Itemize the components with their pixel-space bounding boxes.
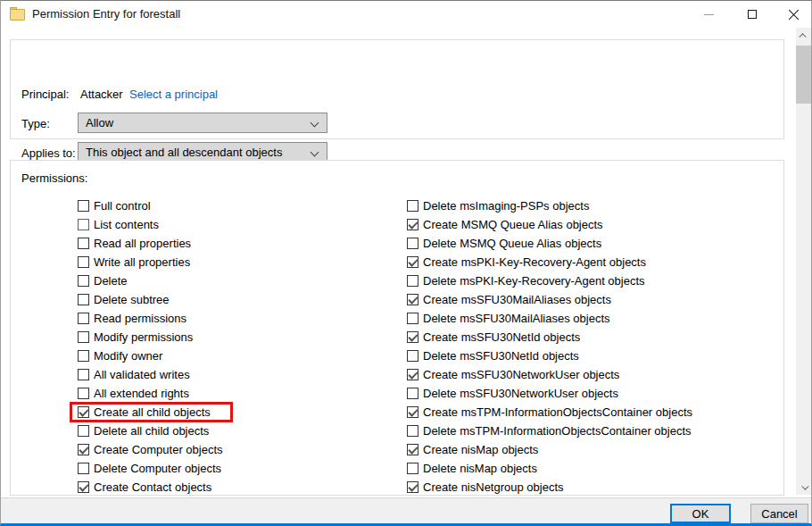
checkbox-icon[interactable] xyxy=(78,369,89,380)
type-dropdown[interactable]: Allow xyxy=(78,113,327,133)
checkbox-icon[interactable] xyxy=(407,406,418,418)
permission-label: Create msSFU30NetId objects xyxy=(423,330,580,344)
select-principal-link[interactable]: Select a principal xyxy=(129,88,218,101)
permission-click-target[interactable]: All extended rights xyxy=(70,383,197,404)
permission-click-target[interactable]: Create nisNetgroup objects xyxy=(399,477,572,497)
permission-click-target[interactable]: Create msSFU30NetId objects xyxy=(399,327,588,347)
permission-label: All extended rights xyxy=(94,387,189,400)
permission-click-target[interactable]: Create msSFU30MailAliases objects xyxy=(399,289,619,310)
chevron-down-icon xyxy=(801,482,808,489)
checkbox-icon[interactable] xyxy=(78,313,89,324)
permission-label: Read permissions xyxy=(94,312,186,325)
close-button[interactable] xyxy=(778,1,808,28)
permission-click-target[interactable]: Delete all child objects xyxy=(70,421,217,441)
checkbox-icon[interactable] xyxy=(407,275,418,287)
permission-click-target[interactable]: Create nisMap objects xyxy=(399,439,546,460)
principal-label: Principal: xyxy=(21,88,69,101)
permission-checkbox-row: List contents xyxy=(70,215,233,234)
checkbox-icon[interactable] xyxy=(78,463,89,474)
permission-click-target[interactable]: Create MSMQ Queue Alias objects xyxy=(399,214,611,235)
permission-click-target[interactable]: Delete nisMap objects xyxy=(399,458,545,479)
permission-checkbox-row: Delete msImaging-PSPs objects xyxy=(399,196,700,215)
permission-click-target[interactable]: Delete msTPM-InformationObjectsContainer… xyxy=(399,421,700,441)
checkbox-icon[interactable] xyxy=(407,200,418,212)
permission-checkbox-row: Read all properties xyxy=(70,234,233,253)
checkbox-icon[interactable] xyxy=(407,481,418,493)
permission-click-target[interactable]: Create msTPM-InformationObjectsContainer… xyxy=(399,402,700,422)
permission-click-target[interactable]: Create all child objects xyxy=(70,402,233,422)
permission-click-target[interactable]: All validated writes xyxy=(70,364,198,385)
checkbox-icon[interactable] xyxy=(78,331,89,343)
permission-click-target[interactable]: Create Contact objects xyxy=(70,477,220,497)
permission-label: Delete MSMQ Queue Alias objects xyxy=(423,237,601,250)
checkbox-icon[interactable] xyxy=(407,219,418,230)
permission-checkbox-row: Create msSFU30NetworkUser objects xyxy=(399,365,700,384)
permission-checkbox-row: Delete msTPM-InformationObjectsContainer… xyxy=(399,422,700,440)
checkbox-icon[interactable] xyxy=(407,331,418,343)
permission-checkbox-row: Create nisNetgroup objects xyxy=(399,478,700,497)
permission-label: Write all properties xyxy=(94,255,190,269)
vertical-scrollbar[interactable] xyxy=(796,28,811,495)
checkbox-icon[interactable] xyxy=(407,256,418,268)
dialog-footer: OK Cancel xyxy=(1,497,811,524)
permission-click-target[interactable]: List contents xyxy=(70,214,167,235)
permission-click-target[interactable]: Delete MSMQ Queue Alias objects xyxy=(399,233,609,254)
permission-click-target[interactable]: Delete msPKI-Key-Recovery-Agent objects xyxy=(399,271,653,291)
permission-click-target[interactable]: Create msPKI-Key-Recovery-Agent objects xyxy=(399,252,654,272)
checkbox-icon[interactable] xyxy=(407,238,418,249)
checkbox-icon[interactable] xyxy=(78,219,89,230)
permission-click-target[interactable]: Delete xyxy=(70,271,136,291)
checkbox-icon[interactable] xyxy=(78,388,89,399)
permission-label: Delete xyxy=(94,274,128,288)
checkbox-icon[interactable] xyxy=(78,294,89,305)
permission-click-target[interactable]: Delete msImaging-PSPs objects xyxy=(399,196,597,216)
checkbox-icon[interactable] xyxy=(407,425,418,437)
checkbox-icon[interactable] xyxy=(78,200,89,212)
permission-click-target[interactable]: Delete msSFU30NetworkUser objects xyxy=(399,383,626,404)
permission-click-target[interactable]: Write all properties xyxy=(70,252,198,272)
permission-click-target[interactable]: Full control xyxy=(70,196,159,216)
permission-click-target[interactable]: Delete Computer objects xyxy=(70,458,229,479)
permission-click-target[interactable]: Delete msSFU30NetId objects xyxy=(399,346,587,366)
scrollbar-thumb[interactable] xyxy=(796,46,811,104)
scroll-down-button[interactable] xyxy=(796,480,811,495)
checkbox-icon[interactable] xyxy=(407,369,418,380)
permission-checkbox-row: Delete msSFU30MailAliases objects xyxy=(399,309,700,328)
permission-checkbox-row: Delete msPKI-Key-Recovery-Agent objects xyxy=(399,271,700,290)
checkbox-icon[interactable] xyxy=(407,350,418,362)
ok-button[interactable]: OK xyxy=(670,504,731,523)
permissions-column-left: Full control List contents Read all prop… xyxy=(70,196,233,497)
cancel-button[interactable]: Cancel xyxy=(750,504,808,523)
checkbox-icon[interactable] xyxy=(78,444,89,455)
maximize-button[interactable] xyxy=(737,1,767,28)
permission-click-target[interactable]: Delete msSFU30MailAliases objects xyxy=(399,308,618,329)
checkbox-icon[interactable] xyxy=(78,350,89,362)
permission-click-target[interactable]: Read all properties xyxy=(70,233,199,254)
permission-checkbox-row: All validated writes xyxy=(70,365,233,384)
permission-click-target[interactable]: Delete subtree xyxy=(70,289,178,310)
permission-click-target[interactable]: Create Computer objects xyxy=(70,439,231,460)
checkbox-icon[interactable] xyxy=(407,313,418,324)
checkbox-icon[interactable] xyxy=(78,481,89,493)
permission-label: Create msTPM-InformationObjectsContainer… xyxy=(423,405,692,419)
checkbox-icon[interactable] xyxy=(78,425,89,437)
checkbox-icon[interactable] xyxy=(407,444,418,455)
scroll-up-button[interactable] xyxy=(796,28,811,43)
minimize-button[interactable] xyxy=(693,1,724,28)
checkbox-icon[interactable] xyxy=(78,238,89,249)
checkbox-icon[interactable] xyxy=(78,256,89,268)
principal-panel: Principal: Attacker Select a principal T… xyxy=(10,39,784,139)
permission-label: Create nisMap objects xyxy=(423,443,538,456)
applies-to-label: Applies to: xyxy=(21,146,76,160)
checkbox-icon[interactable] xyxy=(78,275,89,287)
permission-checkbox-row: Modify owner xyxy=(70,346,233,365)
checkbox-icon[interactable] xyxy=(407,463,418,474)
permission-click-target[interactable]: Create msSFU30NetworkUser objects xyxy=(399,364,627,385)
permission-click-target[interactable]: Modify permissions xyxy=(70,327,201,347)
permission-checkbox-row: Delete msSFU30NetworkUser objects xyxy=(399,384,700,403)
checkbox-icon[interactable] xyxy=(407,388,418,399)
checkbox-icon[interactable] xyxy=(78,406,89,418)
permission-click-target[interactable]: Modify owner xyxy=(70,346,170,366)
checkbox-icon[interactable] xyxy=(407,294,418,305)
permission-click-target[interactable]: Read permissions xyxy=(70,308,195,329)
